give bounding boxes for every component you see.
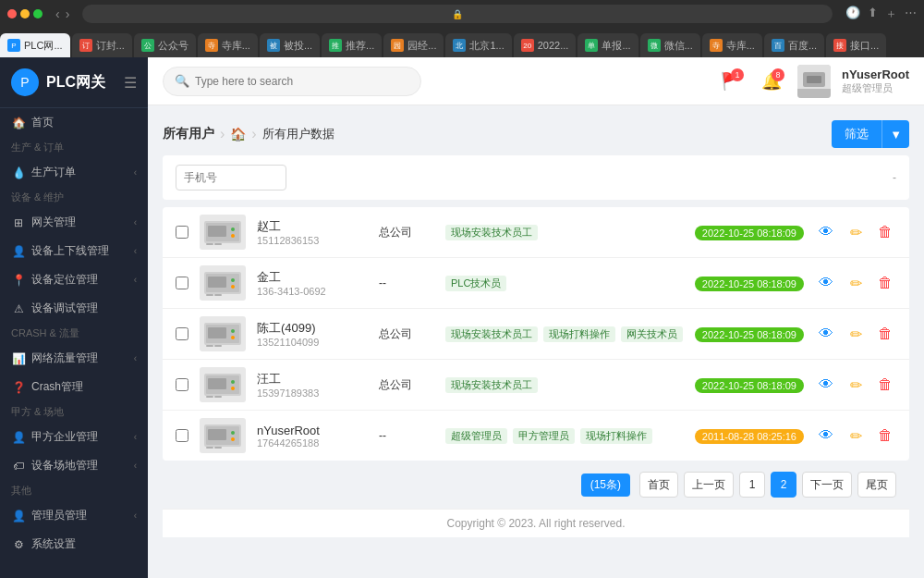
minimize-window-btn[interactable] [20, 9, 30, 18]
sidebar-toggle-btn[interactable]: ☰ [124, 74, 137, 92]
device-img [203, 319, 242, 349]
row-checkbox-1[interactable] [176, 277, 188, 289]
edit-btn-1[interactable]: ✏ [845, 272, 867, 294]
sidebar-item-network[interactable]: ⊞ 网关管理 ‹ [0, 208, 148, 237]
view-btn-4[interactable]: 👁 [815, 424, 837, 447]
delete-btn-4[interactable]: 🗑 [874, 424, 896, 447]
browser-tab-t12[interactable]: 百百度... [764, 33, 824, 57]
bell-notification-btn[interactable]: 🔔 8 [757, 67, 786, 96]
sidebar-item-debug[interactable]: ⚠ 设备调试管理 [0, 294, 148, 323]
extensions-icon[interactable]: ⋯ [905, 6, 917, 22]
view-btn-1[interactable]: 👁 [815, 272, 837, 294]
online-icon: 👤 [11, 244, 26, 259]
browser-tab-t8[interactable]: 202022... [514, 33, 577, 57]
browser-tab-t10[interactable]: 微微信... [640, 33, 700, 57]
time-cell: 2022-10-25 08:18:09 [695, 224, 804, 240]
url-bar[interactable]: 🔒 [82, 5, 833, 23]
sidebar-item-settings[interactable]: ⚙ 系统设置 [0, 530, 148, 559]
admin-icon: 👤 [11, 509, 26, 523]
prev-page-btn[interactable]: 上一页 [684, 472, 734, 498]
browser-tab-t13[interactable]: 接接口... [826, 33, 886, 57]
close-window-btn[interactable] [7, 9, 17, 18]
browser-tab-t3[interactable]: 寺寺库... [198, 33, 258, 57]
role-tag: 甲方管理员 [513, 428, 575, 444]
user-info-cell: 金工 136-3413-0692 [257, 269, 368, 297]
user-info-cell: 陈工(4099) 13521104099 [257, 320, 368, 348]
sidebar-item-home[interactable]: 🏠 首页 [0, 108, 148, 137]
search-input[interactable] [195, 75, 409, 88]
svg-rect-38 [214, 447, 222, 449]
tab-favicon: 百 [772, 39, 784, 52]
sidebar: P PLC网关 ☰ 🏠 首页 生产 & 订单 💧 生产订单 ‹ 设备 & 维护 … [0, 57, 148, 578]
share-icon[interactable]: ⬆ [868, 6, 878, 22]
svg-rect-34 [208, 429, 226, 440]
browser-tab-t2[interactable]: 公公众号 [134, 33, 196, 57]
sidebar-item-site[interactable]: 🏷 设备场地管理 ‹ [0, 451, 148, 480]
browser-tab-t9[interactable]: 单单报... [578, 33, 638, 57]
row-checkbox-4[interactable] [176, 429, 188, 442]
new-tab-icon[interactable]: ＋ [885, 6, 897, 22]
sidebar-section-title: CRASH & 流量 [0, 323, 148, 344]
page-2-btn[interactable]: 2 [771, 472, 796, 498]
back-btn[interactable]: ‹ [55, 6, 60, 21]
row-checkbox-2[interactable] [176, 327, 188, 340]
role-tag: 网关技术员 [621, 326, 683, 342]
sidebar-section-title: 甲方 & 场地 [0, 401, 148, 423]
flag-notification-btn[interactable]: 🚩 1 [716, 67, 746, 96]
breadcrumb-home-icon[interactable]: 🏠 [230, 127, 246, 141]
sidebar-item-label: 管理员管理 [31, 508, 87, 523]
edit-btn-0[interactable]: ✏ [845, 221, 867, 243]
browser-tab-t6[interactable]: 园园经... [383, 33, 444, 57]
action-buttons: 👁 ✏ 🗑 [815, 221, 896, 243]
tab-label: 园经... [407, 39, 436, 53]
sidebar-item-flow[interactable]: 📊 网络流量管理 ‹ [0, 344, 148, 373]
row-checkbox-3[interactable] [176, 378, 188, 391]
filter-btn[interactable]: 筛选 [832, 120, 881, 148]
delete-btn-3[interactable]: 🗑 [874, 374, 896, 396]
next-page-btn[interactable]: 下一页 [802, 472, 852, 498]
company-cell: -- [379, 277, 434, 289]
browser-tab-t11[interactable]: 寺寺库... [702, 33, 762, 57]
edit-btn-2[interactable]: ✏ [845, 323, 867, 345]
tab-favicon: 单 [585, 39, 598, 52]
delete-btn-0[interactable]: 🗑 [874, 221, 896, 243]
action-buttons: 👁 ✏ 🗑 [815, 374, 896, 396]
browser-tab-t7[interactable]: 北北京1... [445, 33, 511, 57]
search-bar[interactable]: 🔍 [163, 67, 421, 96]
sidebar-item-locate[interactable]: 📍 设备定位管理 ‹ [0, 265, 148, 294]
delete-btn-1[interactable]: 🗑 [874, 272, 896, 294]
first-page-btn[interactable]: 首页 [639, 472, 678, 498]
bell-badge: 8 [772, 68, 784, 81]
filter-dropdown-btn[interactable]: ▼ [881, 120, 909, 148]
action-buttons: 👁 ✏ 🗑 [815, 272, 896, 294]
user-table: 赵工 15112836153 总公司 现场安装技术员工 2022-10-25 0… [163, 207, 909, 461]
view-btn-2[interactable]: 👁 [815, 323, 837, 345]
app-container: P PLC网关 ☰ 🏠 首页 生产 & 订单 💧 生产订单 ‹ 设备 & 维护 … [0, 57, 924, 578]
sidebar-item-arrow: ‹ [134, 432, 137, 442]
time-cell: 2022-10-25 08:18:09 [695, 275, 804, 291]
edit-btn-4[interactable]: ✏ [845, 424, 867, 447]
phone-filter-input[interactable] [176, 165, 286, 191]
roles-cell: 现场安装技术员工 [445, 225, 684, 240]
view-btn-0[interactable]: 👁 [815, 221, 837, 243]
delete-btn-2[interactable]: 🗑 [874, 323, 896, 345]
tab-label: 百度... [788, 39, 817, 53]
sidebar-item-company[interactable]: 👤 甲方企业管理 ‹ [0, 423, 148, 451]
browser-tab-t4[interactable]: 被被投... [260, 33, 320, 57]
sidebar-item-crash[interactable]: ❓ Crash管理 [0, 373, 148, 401]
browser-tab-t1[interactable]: 订订封... [72, 33, 132, 57]
sidebar-item-orders[interactable]: 💧 生产订单 ‹ [0, 158, 148, 187]
sidebar-item-admin[interactable]: 👤 管理员管理 ‹ [0, 501, 148, 530]
browser-tab-t5[interactable]: 推推荐... [322, 33, 382, 57]
user-name: nYuserRoot [257, 424, 368, 437]
page-1-btn[interactable]: 1 [739, 472, 765, 498]
total-count: (15条) [581, 473, 630, 497]
row-checkbox-0[interactable] [176, 226, 188, 239]
maximize-window-btn[interactable] [33, 9, 43, 18]
view-btn-3[interactable]: 👁 [815, 374, 837, 396]
sidebar-item-online[interactable]: 👤 设备上下线管理 ‹ [0, 237, 148, 265]
last-page-btn[interactable]: 尾页 [857, 472, 896, 498]
browser-tab-plc[interactable]: PPLC网... [0, 33, 70, 57]
edit-btn-3[interactable]: ✏ [845, 374, 867, 396]
forward-btn[interactable]: › [66, 6, 70, 21]
